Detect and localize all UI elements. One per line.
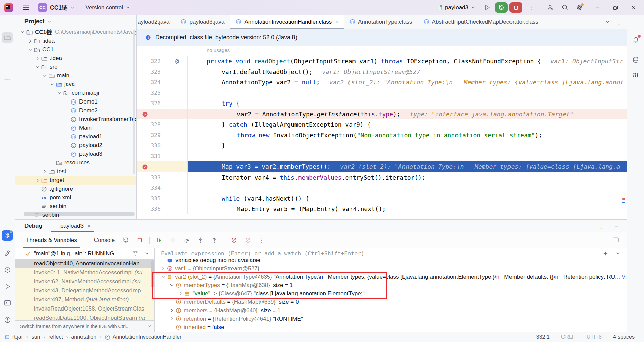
hidden-tabs-chevron-icon[interactable] [605, 19, 610, 25]
chevron-down-icon[interactable] [70, 5, 75, 10]
collaborate-icon[interactable] [547, 4, 554, 11]
editor-gutter[interactable]: 331 [137, 151, 188, 162]
breadcrumb-item-rt.jar[interactable]: rt.jar [5, 334, 23, 340]
code-line-336[interactable]: 336Map.Entry var5 = (Map.Entry) var4.nex… [137, 204, 627, 214]
tree-item-payload3[interactable]: Cpayload3 [15, 150, 136, 158]
code-text[interactable] [188, 151, 627, 162]
view-link[interactable]: View [622, 274, 627, 280]
vertical-scrollbar[interactable] [133, 30, 135, 174]
window-minimize-button[interactable] [594, 5, 600, 11]
file-encoding[interactable]: UTF-8 [587, 334, 602, 340]
line-number[interactable]: 324 [137, 77, 175, 88]
code-line-330[interactable]: 330} [137, 140, 627, 151]
tree-item-InvokerTransformerTest[interactable]: CInvokerTransformerTest [15, 115, 136, 124]
code-text[interactable] [188, 88, 627, 98]
tree-item-Demo1[interactable]: CDemo1 [15, 97, 136, 106]
stop-icon[interactable] [136, 236, 144, 244]
line-number[interactable]: 325 [137, 88, 175, 98]
chevron-right-icon[interactable] [168, 307, 175, 313]
tab-threads-variables[interactable]: Threads & Variables [24, 232, 78, 248]
editor-gutter[interactable]: 325 [137, 88, 188, 98]
line-number[interactable]: 330 [137, 140, 175, 151]
database-icon[interactable] [630, 55, 642, 65]
project-panel-header[interactable]: Project [15, 15, 136, 28]
code-line-334[interactable]: 334 [137, 183, 627, 193]
editor-gutter[interactable] [137, 109, 188, 120]
chevron-down-icon[interactable] [56, 90, 63, 96]
rerun-icon[interactable] [122, 236, 130, 244]
code-text[interactable]: throw new InvalidObjectException("Non-an… [188, 130, 627, 141]
chevron-down-icon[interactable] [27, 47, 33, 53]
breakpoint-icon[interactable] [142, 111, 148, 117]
chevron-right-icon[interactable] [42, 169, 48, 175]
tree-item-resources[interactable]: resources [15, 158, 136, 167]
tree-item-test[interactable]: test [15, 167, 136, 176]
code-line-327[interactable]: var2 = AnnotationType.getInstance(this.t… [137, 109, 627, 120]
code-line-335[interactable]: 335while (var4.hasNext()) { [137, 193, 627, 204]
line-number[interactable]: 323 [137, 67, 175, 77]
editor-gutter[interactable]: 336 [137, 204, 188, 214]
filter-funnel-icon[interactable] [132, 251, 138, 256]
code-line-324[interactable]: 324AnnotationType var2 = null;var2 (slot… [137, 77, 627, 88]
frame-row-0[interactable]: readObject:440, AnnotationInvocationHan [15, 259, 154, 268]
layout-settings-icon[interactable] [611, 236, 620, 244]
line-number[interactable]: 335 [137, 193, 175, 204]
build-icon[interactable] [2, 248, 13, 258]
tree-item-target[interactable]: target [15, 176, 136, 185]
usages-hint[interactable]: no usages [137, 46, 627, 56]
error-stripe-mark[interactable] [622, 198, 625, 200]
close-icon[interactable]: × [148, 324, 151, 329]
variable-row-members[interactable]: fmembers = {HashMap@640} size = 1 [155, 306, 627, 315]
gutter-breakpoint-slot[interactable] [137, 109, 175, 120]
caret-position[interactable]: 332:1 [536, 334, 550, 340]
frame-row-5[interactable]: invokeReadObject:1058, ObjectStreamClas [15, 304, 154, 313]
tree-item-Demo2[interactable]: CDemo2 [15, 106, 136, 115]
chevron-down-icon[interactable] [49, 82, 55, 87]
search-icon[interactable] [561, 4, 569, 11]
chevron-right-icon[interactable] [168, 316, 175, 322]
editor-tab-ayload2.java[interactable]: ayload2.java [137, 15, 175, 29]
variable-row-variables-debug-info-not-available[interactable]: iVariables debug info not available [155, 259, 627, 264]
settings-gear-icon[interactable] [576, 4, 583, 11]
chevron-down-icon[interactable] [615, 251, 621, 256]
line-separator[interactable]: CRLF [561, 334, 575, 340]
tree-item-Main[interactable]: CMain [15, 124, 136, 132]
run-button[interactable] [483, 4, 491, 11]
line-number[interactable]: 328 [137, 119, 175, 130]
run-config-selector[interactable]: payload3 [436, 4, 476, 11]
line-number[interactable]: 322 [137, 56, 175, 67]
rerun-debug-button[interactable] [495, 2, 508, 13]
code-line-326[interactable]: 326try { [137, 98, 627, 109]
add-watch-icon[interactable] [603, 251, 608, 256]
variable-row-inherited[interactable]: finherited = false [155, 323, 627, 331]
more-icon[interactable]: ⋮ [258, 236, 266, 244]
more-options-icon[interactable]: ⋮ [598, 222, 604, 230]
tree-item-src[interactable]: src [15, 63, 136, 71]
editor-gutter[interactable]: 328 [137, 119, 188, 130]
mute-breakpoints-icon[interactable] [244, 236, 252, 244]
maven-icon[interactable]: m [630, 69, 642, 79]
chevron-down-icon[interactable] [42, 73, 48, 79]
terminal-icon[interactable] [2, 298, 13, 308]
line-number[interactable]: 326 [137, 98, 175, 109]
services-icon[interactable] [2, 265, 13, 275]
editor-tab-AnnotationInvocationHandler.class[interactable]: CAnnotationInvocationHandler.class× [230, 15, 344, 29]
tab-options-icon[interactable]: ⋮ [616, 18, 622, 26]
line-number[interactable]: 333 [137, 172, 175, 183]
chevron-right-icon[interactable] [34, 178, 41, 183]
main-menu-icon[interactable] [22, 5, 30, 11]
chevron-down-icon[interactable] [160, 274, 166, 280]
variable-row-var2-slot-2-[interactable]: var2 (slot_2) = {AnnotationType@635} "An… [155, 273, 627, 281]
editor-gutter[interactable]: 324 [137, 77, 188, 88]
code-text[interactable]: var2 = AnnotationType.getInstance(this.t… [188, 109, 627, 120]
chevron-down-icon[interactable] [144, 251, 150, 256]
step-into-icon[interactable] [197, 236, 205, 244]
editor-gutter[interactable]: 333 [137, 172, 188, 183]
code-line-333[interactable]: 333Iterator var4 = this.memberValues.ent… [137, 172, 627, 183]
code-text[interactable]: } [188, 140, 627, 151]
code-line-323[interactable]: 323var1.defaultReadObject();var1: Object… [137, 67, 627, 77]
variable-row-retention[interactable]: fretention = {RetentionPolicy@641} "RUNT… [155, 315, 627, 323]
run-icon[interactable] [2, 281, 13, 291]
editor-gutter[interactable]: 329 [137, 130, 188, 141]
editor-gutter[interactable]: 322@ [137, 56, 188, 67]
